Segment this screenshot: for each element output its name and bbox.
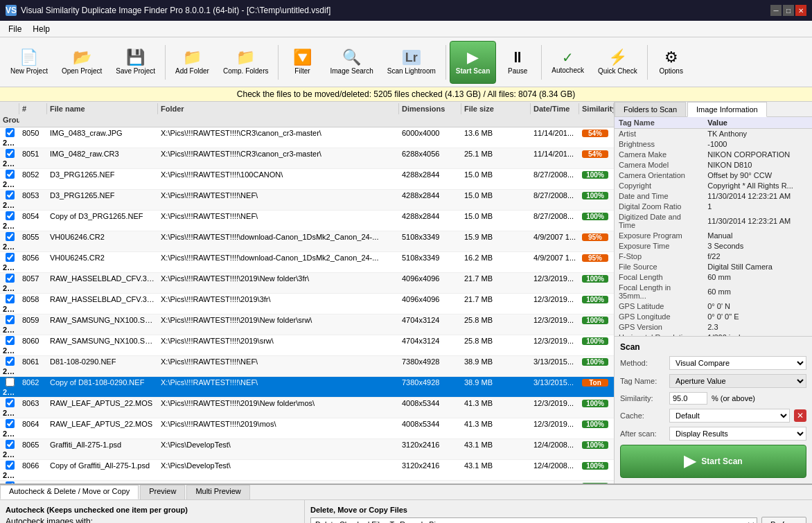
pause-button[interactable]: ⏸ Pause — [497, 41, 538, 84]
col-id[interactable]: # — [19, 103, 47, 114]
maximize-button[interactable]: □ — [783, 5, 794, 16]
row-checkbox-cell[interactable] — [0, 418, 19, 429]
image-search-button[interactable]: 🔍 Image Search — [324, 41, 379, 84]
new-project-button[interactable]: 📄 New Project — [4, 41, 54, 84]
row-checkbox-cell[interactable] — [0, 211, 19, 221]
row-checkbox[interactable] — [6, 357, 15, 366]
row-checkbox[interactable] — [6, 149, 15, 158]
add-folder-button[interactable]: 📁 Add Folder — [169, 41, 215, 84]
row-checkbox-cell[interactable] — [0, 252, 19, 263]
table-row[interactable]: 8054 Copy of D3_PRG1265.NEF X:\Pics\!!!R… — [0, 211, 614, 231]
row-checkbox[interactable] — [6, 253, 15, 262]
row-checkbox[interactable] — [6, 378, 15, 387]
row-checkbox[interactable] — [6, 128, 15, 137]
col-filename[interactable]: File name — [47, 103, 158, 114]
scan-method-select[interactable]: Visual Compare — [669, 356, 806, 370]
table-row[interactable]: 8063 RAW_LEAF_APTUS_22.MOS X:\Pics\!!!RA… — [0, 398, 614, 418]
tab-preview[interactable]: Preview — [140, 485, 185, 499]
menu-file[interactable]: File — [3, 23, 27, 35]
scan-lightroom-button[interactable]: Lr Scan Lightroom — [381, 41, 442, 84]
menu-help[interactable]: Help — [27, 23, 55, 35]
row-checkbox-cell[interactable] — [0, 356, 19, 366]
table-row[interactable]: 8057 RAW_HASSELBLAD_CFV.3FR X:\Pics\!!!R… — [0, 273, 614, 294]
table-row[interactable]: 8052 D3_PRG1265.NEF X:\Pics\!!!RAWTEST!!… — [0, 169, 614, 190]
save-project-button[interactable]: 💾 Save Project — [109, 41, 161, 84]
row-checkbox-cell[interactable] — [0, 231, 19, 242]
col-folder[interactable]: Folder — [158, 103, 399, 114]
col-datetime[interactable]: Date/Time — [531, 103, 579, 114]
row-checkbox[interactable] — [6, 315, 15, 324]
table-row[interactable]: 8066 Copy of Graffiti_All-275-1.psd X:\P… — [0, 460, 614, 481]
options-button[interactable]: ⚙ Options — [651, 41, 691, 84]
scan-cache-label: Cache: — [620, 411, 665, 420]
row-checkbox[interactable] — [6, 170, 15, 179]
scan-cache-clear-button[interactable]: ✕ — [794, 409, 806, 422]
row-checkbox[interactable] — [6, 419, 15, 428]
tab-image-information[interactable]: Image Information — [687, 102, 767, 117]
row-checkbox[interactable] — [6, 211, 15, 220]
row-checkbox-cell[interactable] — [0, 460, 19, 470]
table-row[interactable]: 8064 RAW_LEAF_APTUS_22.MOS X:\Pics\!!!RA… — [0, 418, 614, 439]
table-row[interactable]: 8051 IMG_0482_raw.CR3 X:\Pics\!!!RAWTEST… — [0, 148, 614, 169]
row-checkbox-cell[interactable] — [0, 127, 19, 138]
row-checkbox[interactable] — [6, 336, 15, 345]
scan-afterscan-select[interactable]: Display Results — [669, 427, 806, 441]
minimize-button[interactable]: ─ — [770, 5, 782, 16]
quick-check-button[interactable]: ⚡ Quick Check — [592, 41, 644, 84]
comp-folders-button[interactable]: 📁 Comp. Folders — [217, 41, 275, 84]
start-scan-button[interactable]: ▶ Start Scan — [450, 41, 496, 84]
scan-tagname-select[interactable]: Aperture Value — [669, 374, 806, 388]
open-project-button[interactable]: 📂 Open Project — [55, 41, 108, 84]
start-scan-main-button[interactable]: ▶ Start Scan — [620, 445, 806, 478]
tab-multi-preview[interactable]: Multi Preview — [186, 485, 249, 499]
scan-similarity-input[interactable] — [669, 392, 707, 405]
autocheck-button[interactable]: ✓ Autocheck — [545, 41, 590, 84]
tab-autocheck[interactable]: Autocheck & Delete / Move or Copy — [0, 485, 139, 499]
row-checkbox[interactable] — [6, 232, 15, 241]
row-checkbox-cell[interactable] — [0, 169, 19, 179]
row-checkbox[interactable] — [6, 481, 15, 484]
row-checkbox[interactable] — [6, 398, 15, 407]
table-row[interactable]: 8050 IMG_0483_craw.JPG X:\Pics\!!!RAWTES… — [0, 127, 614, 148]
table-row[interactable]: 8056 VH0U6245.CR2 X:\Pics\!!!RAWTEST!!!!… — [0, 252, 614, 273]
row-checkbox-cell[interactable] — [0, 439, 19, 450]
table-row[interactable]: 8060 RAW_SAMSUNG_NX100.SRW X:\Pics\!!!RA… — [0, 335, 614, 356]
row-checkbox-cell[interactable] — [0, 377, 19, 387]
tag-row: Camera Make NIKON CORPORATION — [615, 150, 812, 160]
close-button[interactable]: ✕ — [795, 5, 806, 16]
row-checkbox-cell[interactable] — [0, 335, 19, 346]
table-row[interactable]: 8059 RAW_SAMSUNG_NX100.SRW X:\Pics\!!!RA… — [0, 314, 614, 335]
row-checkbox[interactable] — [6, 274, 15, 283]
window-controls[interactable]: ─ □ ✕ — [770, 5, 806, 16]
filter-button[interactable]: 🔽 Filter — [282, 41, 322, 84]
row-checkbox-cell[interactable] — [0, 398, 19, 408]
table-row[interactable]: 8053 D3_PRG1265.NEF X:\Pics\!!!RAWTEST!!… — [0, 190, 614, 211]
scan-cache-select[interactable]: Default — [669, 409, 790, 423]
col-dimensions[interactable]: Dimensions — [399, 103, 461, 114]
row-checkbox[interactable] — [6, 294, 15, 303]
table-row[interactable]: 8062 Copy of D81-108-0290.NEF X:\Pics\!!… — [0, 377, 614, 398]
row-checkbox[interactable] — [6, 440, 15, 449]
col-filesize[interactable]: File size — [461, 103, 531, 114]
row-dimensions: 6288x4056 — [399, 149, 461, 159]
tab-folders-to-scan[interactable]: Folders to Scan — [615, 102, 686, 116]
row-checkbox-cell[interactable] — [0, 190, 19, 200]
table-row[interactable]: 8067 Graffiti_All-275-1.psd X:\Pics\ 312… — [0, 481, 614, 484]
row-datetime: 11/14/201... — [531, 149, 579, 159]
col-group[interactable]: Group — [0, 114, 19, 125]
row-checkbox-cell[interactable] — [0, 314, 19, 325]
table-row[interactable]: 8055 VH0U6246.CR2 X:\Pics\!!!RAWTEST!!!!… — [0, 231, 614, 252]
row-checkbox-cell[interactable] — [0, 273, 19, 283]
perform-button[interactable]: Perform — [761, 517, 806, 523]
col-similarity[interactable]: Similarity — [579, 103, 614, 114]
table-body[interactable]: 8050 IMG_0483_craw.JPG X:\Pics\!!!RAWTES… — [0, 127, 614, 484]
row-checkbox-cell[interactable] — [0, 294, 19, 304]
row-checkbox-cell[interactable] — [0, 148, 19, 159]
row-checkbox[interactable] — [6, 461, 15, 470]
table-row[interactable]: 8065 Graffiti_All-275-1.psd X:\Pics\Deve… — [0, 439, 614, 460]
table-row[interactable]: 8058 RAW_HASSELBLAD_CFV.3FR X:\Pics\!!!R… — [0, 294, 614, 314]
row-checkbox-cell[interactable] — [0, 481, 19, 484]
row-checkbox[interactable] — [6, 190, 15, 200]
table-row[interactable]: 8061 D81-108-0290.NEF X:\Pics\!!!RAWTEST… — [0, 356, 614, 377]
delete-action-select[interactable]: Delete Checked Files To Recycle Bin — [310, 517, 757, 523]
